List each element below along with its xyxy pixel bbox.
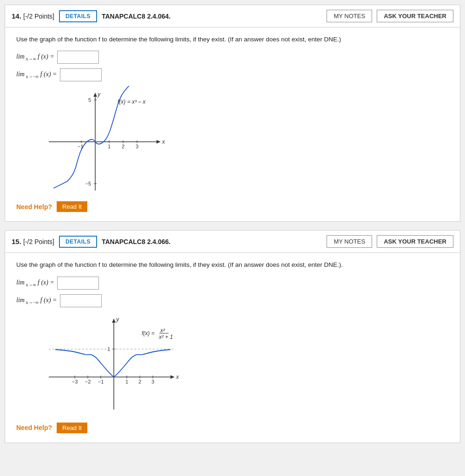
points-text-15: [-/2 Points]	[23, 238, 54, 245]
problem-14: 14. [-/2 Points] DETAILS TANAPCALC8 2.4.…	[5, 5, 460, 222]
my-notes-button-15[interactable]: MY NOTES	[327, 235, 372, 248]
limit2-input-15[interactable]	[60, 294, 102, 307]
limit2-label: lim x→−∞ f (x) =	[16, 71, 57, 79]
graph-14: −1 1 2 3 5 −5 x y	[44, 86, 449, 195]
details-button[interactable]: DETAILS	[59, 10, 97, 22]
limit1-label-15: lim x→∞ f (x) =	[16, 279, 54, 287]
problem-14-header: 14. [-/2 Points] DETAILS TANAPCALC8 2.4.…	[5, 5, 460, 27]
limit2-row-15: lim x→−∞ f (x) =	[16, 294, 449, 307]
svg-text:3: 3	[136, 144, 138, 149]
svg-text:−2: −2	[85, 379, 91, 384]
need-help-15: Need Help? Read It	[16, 423, 449, 433]
svg-text:1: 1	[108, 144, 111, 149]
svg-text:f(x) =: f(x) =	[142, 330, 155, 337]
svg-text:2: 2	[122, 144, 124, 149]
limit1-label: lim x→∞ f (x) =	[16, 53, 54, 61]
need-help-14: Need Help? Read It	[16, 201, 449, 212]
need-help-label-14: Need Help?	[16, 203, 52, 211]
problem-15: 15. [-/2 Points] DETAILS TANAPCALC8 2.4.…	[5, 230, 460, 443]
ask-teacher-button-15[interactable]: ASK YOUR TEACHER	[377, 235, 453, 248]
svg-text:−5: −5	[85, 181, 91, 186]
limit2-row: lim x→−∞ f (x) =	[16, 68, 449, 81]
problem-15-number: 15. [-/2 Points]	[12, 238, 54, 245]
svg-text:x: x	[176, 374, 179, 380]
svg-text:−1: −1	[98, 379, 104, 384]
limit1-row-15: lim x→∞ f (x) =	[16, 277, 449, 290]
svg-rect-0	[44, 86, 165, 193]
svg-text:f(x) = x³ – x: f(x) = x³ – x	[118, 99, 146, 105]
svg-text:x²: x²	[160, 327, 165, 334]
limit2-input[interactable]	[60, 68, 102, 81]
svg-text:3: 3	[151, 379, 154, 384]
svg-text:y: y	[116, 316, 119, 323]
problem-15-body: Use the graph of the function f to deter…	[5, 253, 460, 442]
limit1-row: lim x→∞ f (x) =	[16, 51, 449, 64]
problem-15-header: 15. [-/2 Points] DETAILS TANAPCALC8 2.4.…	[5, 231, 460, 253]
problem-15-instructions: Use the graph of the function f to deter…	[16, 260, 449, 270]
limit1-input[interactable]	[57, 51, 99, 64]
graph-15: −3 −2 −1 1 2 3 1	[44, 312, 449, 416]
read-it-button-14[interactable]: Read It	[57, 201, 87, 212]
number-text-15: 15.	[12, 238, 21, 245]
ask-teacher-button[interactable]: ASK YOUR TEACHER	[377, 10, 453, 22]
limit1-input-15[interactable]	[57, 277, 99, 290]
problem-code: TANAPCALC8 2.4.064.	[102, 13, 322, 20]
points-text: [-/2 Points]	[23, 13, 54, 20]
graph-15-svg: −3 −2 −1 1 2 3 1	[44, 312, 183, 414]
problem-14-instructions: Use the graph of the function f to deter…	[16, 35, 449, 44]
read-it-button-15[interactable]: Read It	[57, 423, 87, 433]
details-button-15[interactable]: DETAILS	[59, 236, 97, 248]
problem-14-number: 14. [-/2 Points]	[12, 12, 54, 20]
need-help-label-15: Need Help?	[16, 424, 52, 431]
svg-text:−3: −3	[72, 379, 78, 384]
number-text: 14.	[12, 12, 21, 20]
svg-text:5: 5	[88, 97, 91, 103]
problem-code-15: TANAPCALC8 2.4.066.	[102, 238, 322, 245]
limit2-label-15: lim x→−∞ f (x) =	[16, 297, 57, 305]
svg-text:1: 1	[125, 379, 128, 384]
problem-14-body: Use the graph of the function f to deter…	[5, 27, 460, 221]
svg-text:x: x	[162, 139, 165, 145]
svg-text:x² + 1: x² + 1	[158, 334, 173, 340]
svg-text:y: y	[97, 91, 101, 98]
graph-14-svg: −1 1 2 3 5 −5 x y	[44, 86, 165, 193]
svg-text:2: 2	[138, 379, 141, 384]
my-notes-button[interactable]: MY NOTES	[327, 10, 372, 22]
